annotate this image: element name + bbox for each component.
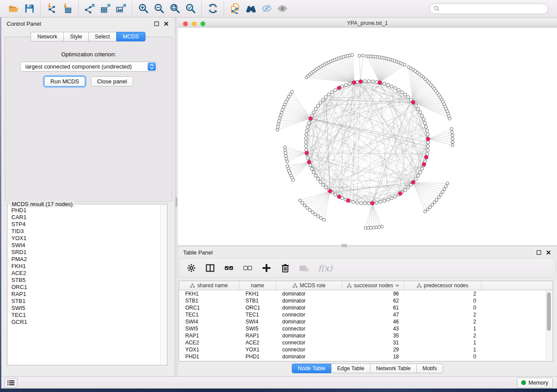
tab-select[interactable]: Select <box>88 32 117 41</box>
close-table-panel-icon[interactable] <box>545 249 552 256</box>
search-box[interactable] <box>429 3 548 14</box>
table-cell: 0 <box>404 354 481 360</box>
table-panel-title: Table Panel <box>183 249 213 256</box>
table-row[interactable]: SWI5SWI5connector431 <box>179 325 553 332</box>
zoom-in-button[interactable] <box>136 2 150 15</box>
table-row[interactable]: RAP1RAP1dominator352 <box>179 332 553 339</box>
tab-network[interactable]: Network <box>31 32 64 41</box>
run-mcds-button[interactable]: Run MCDS <box>44 76 85 86</box>
import-network-button[interactable] <box>45 2 59 15</box>
float-panel-icon[interactable] <box>153 20 160 27</box>
zoom-in-icon <box>138 3 149 14</box>
mcds-result-item[interactable]: SWI4 <box>8 242 160 249</box>
column-header-MCDS-role[interactable]: MCDS role <box>276 281 343 290</box>
add-column-button[interactable] <box>262 261 271 275</box>
table-cell: dominator <box>276 305 343 311</box>
table-cell: connector <box>276 347 343 353</box>
criterion-label: Optimization criterion: <box>5 51 172 58</box>
close-panel-icon[interactable] <box>163 20 170 27</box>
network-graph[interactable] <box>178 28 557 245</box>
close-panel-button[interactable]: Close panel <box>91 76 133 86</box>
float-table-panel-icon[interactable] <box>535 249 542 256</box>
export-image-button[interactable] <box>114 2 128 15</box>
column-type-icon <box>347 283 352 288</box>
tab-network-table[interactable]: Network Table <box>370 364 417 373</box>
mcds-result-item[interactable]: TEC1 <box>8 312 160 319</box>
table-settings-button[interactable] <box>187 261 196 275</box>
mcds-result-item[interactable]: CAR1 <box>8 214 160 221</box>
mcds-result-item[interactable]: ACE2 <box>8 270 160 277</box>
mcds-result-item[interactable]: SRD1 <box>8 249 160 256</box>
delete-column-button[interactable] <box>280 261 290 275</box>
search-network-button[interactable] <box>244 2 258 15</box>
criterion-select[interactable]: largest connected component (undirected) <box>20 62 157 72</box>
network-canvas[interactable] <box>178 28 557 245</box>
mcds-result-item[interactable]: FKH1 <box>8 263 160 270</box>
table-row[interactable]: STB1STB1dominator620 <box>179 297 553 304</box>
mcds-result-item[interactable]: PHD1 <box>8 207 160 214</box>
memory-button[interactable]: Memory <box>517 378 553 388</box>
splitter-grip[interactable] <box>176 197 177 207</box>
deselect-all-rows-button[interactable] <box>243 261 253 275</box>
mcds-result-item[interactable]: YOX1 <box>8 235 160 242</box>
search-icon <box>434 6 439 11</box>
table-cell: ACE2 <box>239 340 276 346</box>
search-input[interactable] <box>442 5 544 12</box>
zoom-selected-button[interactable] <box>183 2 197 15</box>
table-cell: RAP1 <box>179 333 239 339</box>
tab-edge-table[interactable]: Edge Table <box>331 364 370 373</box>
mcds-result-item[interactable]: ORC1 <box>8 284 160 291</box>
table-row[interactable]: TEC1TEC1connector472 <box>179 311 553 318</box>
panel-list-button[interactable] <box>4 378 17 388</box>
zoom-out-button[interactable] <box>152 2 166 15</box>
tab-mcds[interactable]: MCDS <box>116 32 145 41</box>
copy-network-button[interactable] <box>228 2 242 15</box>
hide-selected-button[interactable] <box>259 2 273 15</box>
table-cell: 2 <box>404 319 481 325</box>
column-header-name[interactable]: name <box>239 281 276 290</box>
column-header-predecessor-nodes[interactable]: predecessor nodes <box>404 281 481 290</box>
mcds-result-item[interactable]: TID3 <box>8 228 160 235</box>
tab-node-table[interactable]: Node Table <box>292 364 332 373</box>
show-columns-button[interactable] <box>205 261 215 275</box>
table-row[interactable]: ACE2ACE2connector311 <box>179 339 553 346</box>
export-table-button[interactable] <box>98 2 112 15</box>
table-scrollbar[interactable] <box>546 290 552 361</box>
table-scrollbar-thumb[interactable] <box>547 292 551 331</box>
table-cell: FKH1 <box>179 291 239 297</box>
network-titlebar[interactable]: YPA_prune.txt_1 <box>178 19 557 28</box>
horizontal-splitter-grip[interactable] <box>342 244 347 247</box>
mcds-result-box: MCDS result (17 nodes) PHD1CAR1STP4TID3Y… <box>7 204 167 365</box>
tab-style[interactable]: Style <box>63 32 89 41</box>
mcds-result-item[interactable]: STB5 <box>8 277 160 284</box>
table-row[interactable]: SWI4SWI4dominator462 <box>179 318 553 325</box>
show-all-button[interactable] <box>275 2 289 15</box>
mcds-result-item[interactable]: RAP1 <box>8 291 160 298</box>
mcds-result-item[interactable]: STP4 <box>8 221 160 228</box>
import-table-button[interactable] <box>60 2 74 15</box>
open-file-button[interactable] <box>7 2 21 15</box>
table-row[interactable]: ORC1ORC1dominator610 <box>179 304 553 311</box>
mcds-result-item[interactable]: GCR1 <box>8 319 160 326</box>
tab-motifs[interactable]: Motifs <box>416 364 443 373</box>
mcds-result-item[interactable]: SWI5 <box>8 305 160 312</box>
mcds-result-item[interactable]: PMA2 <box>8 256 160 263</box>
save-session-button[interactable] <box>22 2 36 15</box>
export-network-button[interactable] <box>83 2 97 15</box>
zoom-fit-button[interactable] <box>168 2 182 15</box>
column-header-shared-name[interactable]: shared name <box>179 281 239 290</box>
table-cell: dominator <box>276 333 343 339</box>
mcds-result-item[interactable]: STB1 <box>8 298 160 305</box>
toolbar-group <box>224 2 293 16</box>
table-cell: YOX1 <box>179 347 239 353</box>
column-type-icon <box>190 283 195 288</box>
column-header-successor-nodes[interactable]: successor nodes <box>343 281 404 290</box>
mcds-list-scrollbar[interactable] <box>160 205 166 364</box>
table-row[interactable]: FKH1FKH1dominator962 <box>179 290 553 297</box>
refresh-view-button[interactable] <box>206 2 220 15</box>
export-table-icon <box>100 3 111 14</box>
select-all-rows-button[interactable] <box>224 261 234 275</box>
table-row[interactable]: YOX1YOX1connector291 <box>179 346 553 353</box>
table-cell: 46 <box>343 319 404 325</box>
table-row[interactable]: PHD1PHD1dominator180 <box>179 353 553 360</box>
